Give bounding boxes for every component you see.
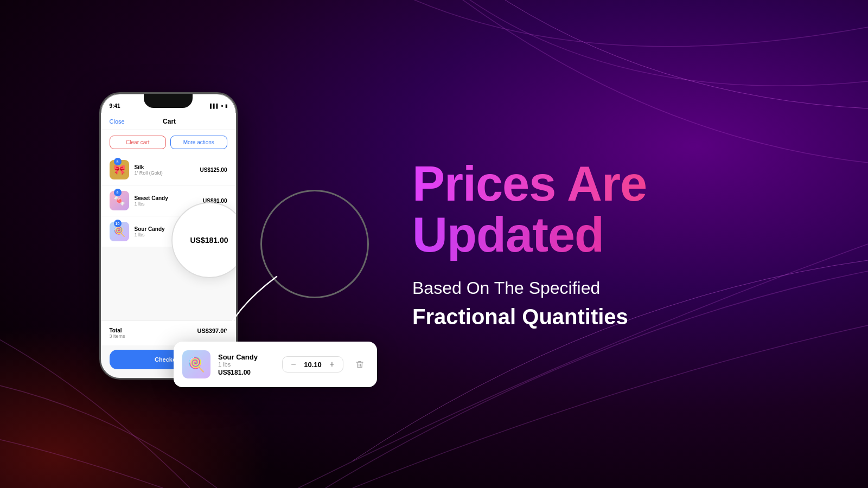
quantity-decrease-button[interactable]: − [288,359,299,370]
detail-card: 🍭 Sour Candy 1 lbs US$181.00 − 10.10 + [174,342,377,387]
total-label: Total [110,328,125,333]
item-info-silk: Silk 1' Roll (Gold) [135,164,200,176]
cart-header: Close Cart [101,113,236,130]
subtext-line1: Based On The Specified [412,277,825,300]
more-actions-button[interactable]: More actions [170,136,227,149]
detail-card-name: Sour Candy [218,353,275,361]
headline-line2: Updated [412,209,825,261]
item-badge-sour-candy: 10 [114,220,122,227]
item-sub-silk: 1' Roll (Gold) [135,170,200,176]
total-label-group: Total 3 items [110,328,125,339]
item-info-sweet-candy: Sweet Candy 1 lbs [135,195,203,207]
quantity-value: 10.10 [303,361,322,369]
phone-notch [144,94,193,108]
battery-icon: ▮ [225,104,227,108]
status-icons: ▌▌▌ ≈ ▮ [210,104,227,108]
left-section: 9:41 ▌▌▌ ≈ ▮ Close Cart Clear cart More … [0,0,336,488]
item-name-sweet-candy: Sweet Candy [135,195,203,201]
signal-icon: ▌▌▌ [210,104,219,108]
clear-cart-button[interactable]: Clear cart [110,136,167,149]
wifi-icon: ≈ [221,104,223,108]
detail-card-image: 🍭 [182,350,210,378]
total-items-count: 3 items [110,333,125,339]
cart-actions-row: Clear cart More actions [101,130,236,155]
right-section: Prices Are Updated Based On The Specifie… [380,0,868,488]
item-price-silk: US$125.00 [200,167,227,173]
arrow-decoration [190,266,298,352]
detail-card-sub: 1 lbs [218,361,275,368]
cart-close-button[interactable]: Close [110,118,125,125]
status-time: 9:41 [110,103,120,109]
quantity-increase-button[interactable]: + [327,359,337,370]
item-badge-silk: 5 [114,158,122,165]
detail-card-info: Sour Candy 1 lbs US$181.00 [218,353,275,376]
item-badge-sweet-candy: 9 [114,189,122,196]
headline-line1: Prices Are [412,158,825,210]
item-name-silk: Silk [135,164,200,170]
quantity-control: − 10.10 + [282,356,343,373]
cart-title: Cart [163,118,176,125]
delete-item-button[interactable] [351,356,368,373]
cart-item-silk: 5 🎀 Silk 1' Roll (Gold) US$125.00 [101,155,236,185]
subtext-line2-bold: Fractional Quantities [412,304,825,330]
detail-card-price: US$181.00 [218,369,275,376]
